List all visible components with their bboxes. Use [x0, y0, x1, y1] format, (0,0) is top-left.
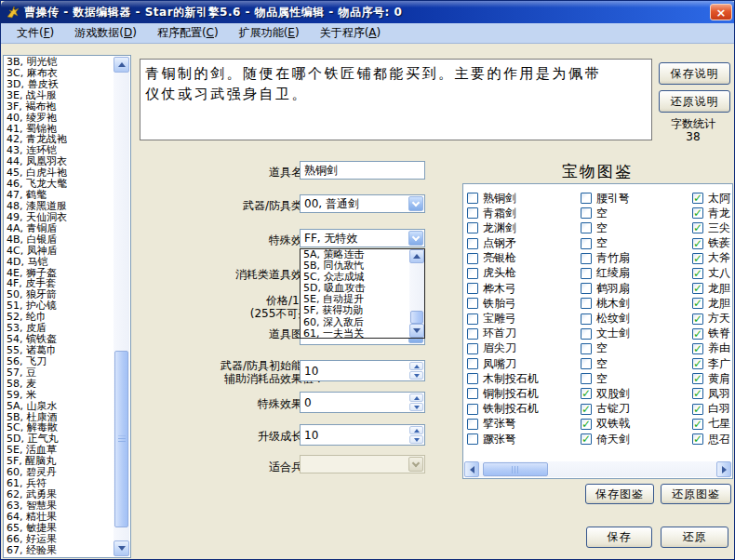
checkbox-checked-icon[interactable]: ✓	[692, 388, 703, 399]
treasure-checkbox-item[interactable]: ✓青龙	[692, 206, 730, 220]
checkbox-checked-icon[interactable]: ✓	[581, 419, 592, 430]
spin-down-button[interactable]	[409, 403, 423, 411]
treasure-checkbox-item[interactable]: 青霜剑	[467, 206, 516, 220]
list-item[interactable]: 4C, 凤神盾	[5, 246, 114, 257]
scroll-down-button[interactable]	[114, 540, 129, 556]
restore-catalog-button[interactable]: 还原图鉴	[661, 484, 731, 504]
item-name-input[interactable]: 熟铜剑	[300, 161, 425, 180]
checkbox-checked-icon[interactable]: ✓	[692, 253, 703, 264]
treasure-checkbox-item[interactable]: 红绫扇	[581, 266, 630, 281]
treasure-checkbox-item[interactable]: 青竹扇	[581, 251, 630, 266]
scroll-right-button[interactable]	[716, 461, 731, 477]
growth-value-spinner[interactable]: 10	[300, 424, 425, 446]
list-item[interactable]: 67, 经验果	[5, 545, 114, 556]
treasure-checkbox-item[interactable]: 铁制投石机	[467, 402, 539, 417]
treasure-checkbox-item[interactable]: 空	[581, 371, 608, 386]
checkbox-unchecked-icon[interactable]	[467, 222, 478, 233]
spin-up-button[interactable]	[409, 362, 423, 370]
checkbox-checked-icon[interactable]: ✓	[692, 283, 703, 294]
checkbox-unchecked-icon[interactable]	[467, 207, 478, 219]
list-item[interactable]: 40, 绫罗袍	[5, 113, 114, 124]
treasure-checkbox-item[interactable]: 木制投石机	[467, 371, 539, 386]
checkbox-unchecked-icon[interactable]	[467, 313, 478, 325]
scroll-thumb[interactable]	[114, 351, 128, 527]
checkbox-unchecked-icon[interactable]	[467, 268, 478, 279]
treasure-checkbox-item[interactable]: 熟铜剑	[467, 191, 516, 206]
list-item[interactable]: 4B, 白银盾	[5, 234, 114, 246]
treasure-checkbox-item[interactable]: 凤嘴刀	[467, 356, 516, 371]
treasure-checkbox-item[interactable]: 铁胎弓	[467, 296, 516, 311]
dropdown-scrollbar[interactable]	[409, 249, 424, 338]
spin-down-button[interactable]	[409, 435, 423, 444]
checkbox-checked-icon[interactable]: ✓	[692, 313, 703, 325]
treasure-checkbox-item[interactable]: ✓七星	[692, 417, 730, 432]
treasure-checkbox-item[interactable]: 腰引弩	[581, 191, 630, 206]
list-item[interactable]: 3E, 战斗服	[5, 90, 114, 101]
treasure-hscrollbar[interactable]	[464, 461, 731, 477]
list-item[interactable]: 66, 好运果	[5, 534, 114, 545]
treasure-checkbox-item[interactable]: 空	[581, 341, 608, 356]
list-item[interactable]: 64, 精壮果	[5, 512, 114, 523]
checkbox-checked-icon[interactable]: ✓	[692, 373, 703, 384]
menu-item-C[interactable]: 程序配置(C)	[149, 23, 227, 43]
checkbox-checked-icon[interactable]: ✓	[692, 433, 703, 445]
treasure-checkbox-item[interactable]: 桦木弓	[467, 281, 516, 296]
checkbox-checked-icon[interactable]: ✓	[581, 388, 592, 399]
scroll-thumb[interactable]	[483, 462, 548, 476]
list-item[interactable]: 65, 敏捷果	[5, 523, 114, 534]
restore-button[interactable]: 还原	[661, 527, 728, 548]
scroll-thumb[interactable]	[410, 311, 423, 324]
checkbox-unchecked-icon[interactable]	[581, 253, 592, 264]
treasure-checkbox-item[interactable]: ✓龙胆	[692, 296, 730, 311]
checkbox-unchecked-icon[interactable]	[581, 373, 592, 384]
treasure-checkbox-item[interactable]: ✓古锭刀	[581, 402, 630, 417]
close-button[interactable]: ×	[710, 4, 732, 20]
treasure-checkbox-item[interactable]: 亮银枪	[467, 251, 516, 266]
menu-item-F[interactable]: 文件(F)	[8, 23, 62, 43]
checkbox-unchecked-icon[interactable]	[467, 193, 478, 204]
treasure-checkbox-item[interactable]: ✓倚天剑	[581, 432, 630, 447]
spinner-buttons[interactable]	[409, 426, 423, 444]
checkbox-checked-icon[interactable]: ✓	[692, 358, 703, 369]
checkbox-unchecked-icon[interactable]	[467, 283, 478, 294]
list-item[interactable]: 3D, 兽皮袄	[5, 79, 114, 90]
checkbox-unchecked-icon[interactable]	[467, 298, 478, 309]
checkbox-unchecked-icon[interactable]	[467, 433, 478, 445]
checkbox-checked-icon[interactable]: ✓	[692, 404, 703, 415]
checkbox-unchecked-icon[interactable]	[467, 373, 478, 384]
list-item[interactable]: 3F, 褐布袍	[5, 101, 114, 113]
checkbox-unchecked-icon[interactable]	[581, 193, 592, 204]
dropdown-option[interactable]: 5F, 获得功勋	[301, 305, 424, 316]
menu-item-E[interactable]: 扩展功能(E)	[231, 23, 308, 43]
treasure-checkbox-item[interactable]: 桃木剑	[581, 296, 630, 311]
weapon-type-combobox[interactable]: 00, 普通剑	[300, 194, 425, 213]
list-item[interactable]: 5A, 山泉水	[5, 401, 114, 412]
special-effect-dropdown-list[interactable]: 5A, 策略连击5B, 同仇敌忾5C, 众志成城5D, 吸血攻击5E, 自动提升…	[300, 248, 425, 339]
treasure-checkbox-item[interactable]: ✓黄肩	[692, 371, 730, 386]
save-catalog-button[interactable]: 保存图鉴	[585, 484, 654, 504]
treasure-checkbox-item[interactable]: ✓白羽	[692, 402, 730, 417]
treasure-checkbox-item[interactable]: 松纹剑	[581, 312, 630, 327]
scroll-up-button[interactable]	[409, 249, 424, 263]
treasure-checkbox-item[interactable]: ✓双铁戟	[581, 417, 630, 432]
checkbox-unchecked-icon[interactable]	[467, 404, 478, 415]
checkbox-unchecked-icon[interactable]	[467, 328, 478, 340]
treasure-checkbox-item[interactable]: 宝雕弓	[467, 312, 516, 327]
scroll-down-button[interactable]	[409, 324, 424, 338]
dropdown-option[interactable]: 60, 深入敌后	[301, 317, 424, 328]
list-item[interactable]: 59, 米	[5, 390, 114, 401]
spin-up-button[interactable]	[409, 426, 423, 434]
checkbox-checked-icon[interactable]: ✓	[692, 298, 703, 309]
checkbox-unchecked-icon[interactable]	[467, 238, 478, 249]
checkbox-unchecked-icon[interactable]	[467, 388, 478, 399]
treasure-checkbox-item[interactable]: ✓养由	[692, 341, 730, 356]
treasure-checkbox-item[interactable]: 擘张弩	[467, 417, 516, 432]
checkbox-unchecked-icon[interactable]	[581, 298, 592, 309]
treasure-checkbox-item[interactable]: 眉尖刀	[467, 341, 516, 356]
checkbox-unchecked-icon[interactable]	[581, 238, 592, 249]
spinner-buttons[interactable]	[409, 362, 423, 380]
checkbox-unchecked-icon[interactable]	[581, 358, 592, 369]
spin-down-button[interactable]	[409, 371, 423, 380]
checkbox-unchecked-icon[interactable]	[467, 253, 478, 264]
restore-description-button[interactable]: 还原说明	[659, 90, 730, 113]
